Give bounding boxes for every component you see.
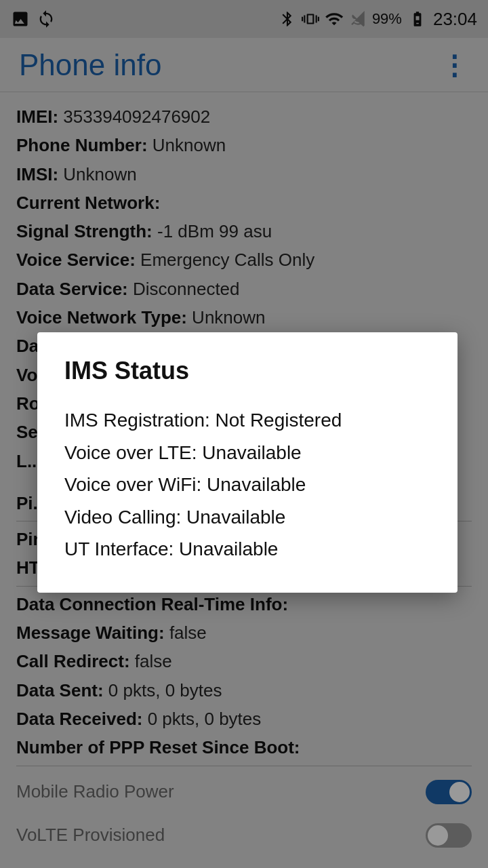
voice-over-lte-line: Voice over LTE: Unavailable [64, 437, 430, 469]
ut-interface-line: UT Interface: Unavailable [64, 533, 430, 566]
ims-registration-line: IMS Registration: Not Registered [64, 404, 430, 437]
dialog-body: IMS Registration: Not Registered Voice o… [64, 404, 430, 566]
dialog-overlay: IMS Status IMS Registration: Not Registe… [0, 0, 488, 868]
voice-over-wifi-line: Voice over WiFi: Unavailable [64, 469, 430, 501]
ims-status-dialog: IMS Status IMS Registration: Not Registe… [37, 332, 458, 593]
video-calling-line: Video Calling: Unavailable [64, 501, 430, 534]
dialog-title: IMS Status [64, 357, 430, 385]
